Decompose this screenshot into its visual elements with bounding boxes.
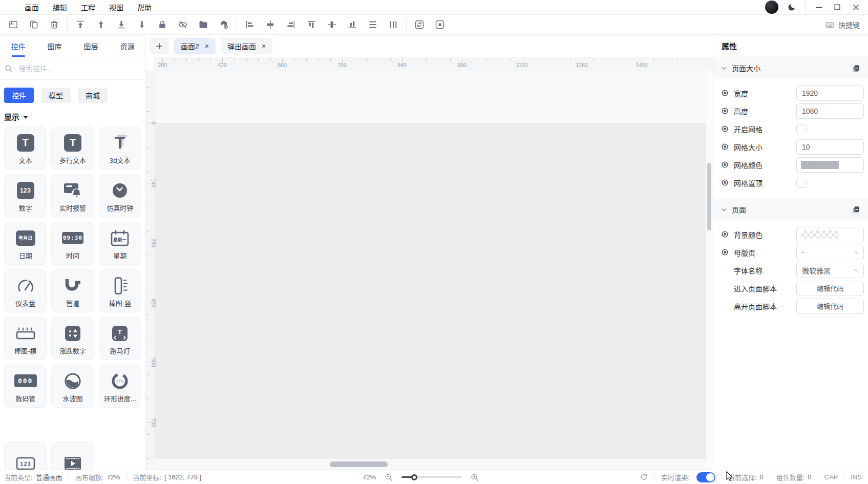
bind-bullet-icon[interactable] — [721, 89, 729, 97]
widget-card-flip-number[interactable]: 123 — [4, 442, 47, 470]
进入页面脚本-edit-code-button[interactable]: 编辑代码 — [796, 281, 864, 296]
align-left-button[interactable] — [240, 17, 260, 32]
widget-card-water-wave[interactable]: 水波图 — [51, 365, 94, 408]
widget-card-updown-number[interactable]: 涨跌数字 — [51, 317, 94, 360]
widget-card-text[interactable]: T文本 — [4, 127, 47, 170]
bind-bullet-icon[interactable] — [721, 178, 729, 187]
widget-card-date[interactable]: 年月日日期 — [4, 222, 47, 265]
left-tab-控件[interactable]: 控件 — [0, 35, 36, 57]
copy-section-icon[interactable] — [851, 64, 861, 73]
search-input[interactable] — [17, 64, 142, 73]
menu-item-1[interactable]: 画面 — [25, 2, 39, 12]
preview-stop-button[interactable] — [430, 17, 450, 32]
close-tab-icon[interactable]: × — [262, 43, 266, 50]
zoom-slider[interactable] — [401, 476, 462, 478]
section-header-页面大小[interactable]: 页面大小 — [713, 57, 868, 79]
save-button[interactable] — [3, 17, 24, 32]
widget-card-bar-vertical[interactable]: 棒图-竖 — [99, 269, 141, 312]
stage[interactable] — [154, 71, 713, 470]
widget-card-number[interactable]: 123数字 — [4, 174, 47, 217]
menu-item-3[interactable]: 工程 — [81, 2, 95, 12]
网格颜色-color-picker[interactable] — [796, 157, 864, 173]
menu-item-4[interactable]: 视图 — [109, 2, 123, 12]
filter-button-商城[interactable]: 商城 — [78, 88, 108, 103]
bind-bullet-icon[interactable] — [721, 160, 729, 169]
loop-play-button[interactable] — [409, 17, 430, 32]
close-icon[interactable] — [851, 2, 861, 12]
canvas-tab-画面2[interactable]: 画面2× — [174, 38, 216, 54]
zoom-in-icon[interactable] — [470, 473, 479, 482]
add-screen-button[interactable] — [150, 38, 169, 54]
widget-card-text-3d[interactable]: TT3d文本 — [99, 127, 141, 170]
canvas-tab-弹出画面[interactable]: 弹出画面× — [221, 38, 272, 54]
close-tab-icon[interactable]: × — [205, 43, 209, 50]
left-tab-资源[interactable]: 资源 — [109, 35, 145, 57]
dark-mode-moon-icon[interactable] — [787, 2, 797, 12]
filter-button-模型[interactable]: 模型 — [41, 88, 71, 103]
align-bottom-button[interactable] — [342, 17, 363, 32]
distribute-horizontal-button[interactable] — [383, 17, 404, 32]
delete-button[interactable] — [44, 17, 65, 32]
widget-card-alarm[interactable]: 实时报警 — [51, 174, 94, 217]
vertical-scrollbar-track[interactable] — [706, 71, 713, 470]
refresh-icon[interactable] — [640, 473, 648, 481]
widget-card-ring-progress[interactable]: 27%环形进度... — [99, 365, 141, 408]
left-tab-图库[interactable]: 图库 — [36, 35, 73, 57]
widget-card-week[interactable]: 星期一星期 — [99, 222, 141, 265]
copy-section-icon[interactable] — [851, 205, 861, 215]
widget-card-bar-horizontal[interactable]: 棒图-横 — [4, 317, 47, 360]
背景颜色-color-picker[interactable] — [796, 227, 864, 242]
maximize-icon[interactable] — [832, 2, 842, 12]
高度-input[interactable]: 1080 — [796, 103, 864, 119]
zoom-out-icon[interactable] — [384, 473, 393, 482]
widget-card-marquee[interactable]: T跑马灯 — [99, 317, 141, 360]
hide-button[interactable] — [173, 17, 193, 32]
align-right-button[interactable] — [281, 17, 301, 32]
bind-bullet-icon[interactable] — [721, 248, 729, 257]
widget-card-video[interactable] — [51, 442, 94, 470]
filter-button-控件[interactable]: 控件 — [4, 88, 34, 103]
bring-to-front-button[interactable] — [70, 17, 91, 32]
align-top-button[interactable] — [301, 17, 322, 32]
bind-bullet-icon[interactable] — [721, 107, 729, 115]
realtime-render-toggle[interactable] — [696, 472, 715, 482]
widget-card-time[interactable]: 09:30时间 — [51, 222, 94, 265]
distribute-vertical-button[interactable] — [363, 17, 383, 32]
align-horizontal-center-button[interactable] — [322, 17, 342, 32]
lock-button[interactable] — [152, 17, 173, 32]
move-down-button[interactable] — [132, 17, 152, 32]
copy-button[interactable] — [24, 17, 44, 32]
字体名称-select[interactable]: 微软雅黑 — [796, 263, 864, 278]
widget-card-clock[interactable]: 仿真时钟 — [99, 174, 141, 217]
widget-card-pipe[interactable]: 管道 — [51, 269, 94, 312]
move-up-button[interactable] — [91, 17, 111, 32]
vertical-scrollbar-thumb[interactable] — [707, 163, 711, 230]
align-vertical-center-button[interactable] — [260, 17, 281, 32]
离开页面脚本-edit-code-button[interactable]: 编辑代码 — [796, 299, 864, 314]
开启网格-checkbox[interactable] — [796, 124, 807, 134]
section-header-页面[interactable]: 页面 — [713, 199, 868, 220]
menu-item-2[interactable]: 编辑 — [53, 2, 67, 12]
left-tab-图层[interactable]: 图层 — [73, 35, 109, 57]
zoom-slider-knob[interactable] — [411, 474, 417, 480]
horizontal-scrollbar-thumb[interactable] — [330, 461, 388, 467]
minimize-icon[interactable] — [814, 2, 824, 12]
add-component-button[interactable] — [214, 17, 234, 32]
widget-card-multiline-text[interactable]: T多行文本 — [51, 127, 94, 170]
网格大小-input[interactable]: 10 — [796, 139, 864, 155]
menu-item-5[interactable]: 帮助 — [137, 2, 152, 12]
send-to-back-button[interactable] — [111, 17, 132, 32]
page-surface[interactable] — [154, 123, 706, 459]
widget-card-gauge[interactable]: 仪表盘 — [4, 269, 47, 312]
folder-button[interactable] — [193, 17, 214, 32]
网格置顶-checkbox[interactable] — [796, 178, 807, 188]
宽度-input[interactable]: 1920 — [796, 86, 864, 101]
user-avatar[interactable] — [765, 1, 778, 14]
bind-bullet-icon[interactable] — [721, 142, 729, 151]
母版页-select[interactable]: - — [796, 245, 864, 260]
bind-bullet-icon[interactable] — [721, 230, 729, 239]
widget-card-digital-tube[interactable]: 000数码管 — [4, 365, 47, 408]
bind-bullet-icon[interactable] — [721, 124, 729, 133]
section-header-display[interactable]: 显示 — [0, 103, 145, 127]
shortcut-keys-button[interactable]: 快捷键 — [825, 19, 860, 30]
